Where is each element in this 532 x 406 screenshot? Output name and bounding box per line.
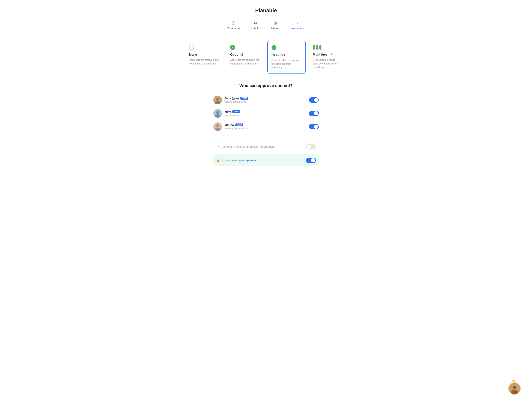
user-avatar[interactable] <box>508 382 521 395</box>
miruna-name: Miruna <box>225 123 234 126</box>
multilevel-card-title: Multi-level ★ <box>313 53 343 57</box>
approval-cards: None Approvals are disabled and not need… <box>185 41 347 74</box>
app-title: Planable <box>185 7 347 14</box>
lock-row: 🔒 Lock content after approval <box>213 154 319 166</box>
jane-badge: TEAM <box>240 97 248 100</box>
approval-card-none[interactable]: None Approvals are disabled and not need… <box>185 41 223 74</box>
tooltip-arrow <box>512 380 516 382</box>
tab-approvals-label: Approvals <box>292 27 305 30</box>
mike-toggle[interactable] <box>309 111 319 116</box>
mike-email: vlad@example.com <box>225 114 246 116</box>
schedule-toggle-slider <box>306 144 316 149</box>
none-card-icon <box>189 45 195 51</box>
tab-settings[interactable]: ⚙️ Settings <box>270 19 282 33</box>
approval-card-required[interactable]: ✓ Required A member has to approve the c… <box>267 41 306 74</box>
approval-card-multilevel[interactable]: ✓ ✓ ✓ Multi-level ★ 2+ members need to a… <box>309 41 347 74</box>
mike-name: Mike <box>225 110 231 113</box>
avatar-jane <box>213 96 222 104</box>
mike-toggle-slider <box>309 111 319 116</box>
svg-point-7 <box>216 124 219 127</box>
svg-point-4 <box>216 111 219 114</box>
jane-name: Jane (you) <box>225 97 239 100</box>
member-row-miruna: Miruna TEAM miruna@example.com <box>213 120 319 133</box>
tab-timetable-label: Timetable <box>227 27 240 30</box>
timetable-icon: 🕐 <box>232 21 236 25</box>
mike-badge: TEAM <box>232 110 240 113</box>
schedule-toggle[interactable] <box>306 144 316 149</box>
jane-toggle[interactable] <box>309 97 319 103</box>
settings-rows: 🕐 Schedule posts automatically on approv… <box>213 141 319 166</box>
required-card-icon: ✓ <box>271 45 277 51</box>
members-list: Jane (you) TEAM noa@example.com <box>213 94 319 133</box>
jane-toggle-slider <box>309 97 319 103</box>
approval-card-optional[interactable]: ✓ Optional Approvals are enabled, but no… <box>226 41 264 74</box>
star-icon: ★ <box>330 53 333 56</box>
labels-icon: 🏷 <box>254 21 257 25</box>
tab-settings-label: Settings <box>271 27 281 30</box>
lock-toggle-slider <box>306 158 316 163</box>
tab-labels[interactable]: 🏷 Labels <box>250 19 260 33</box>
schedule-label: Schedule posts automatically on approval <box>222 145 275 148</box>
required-card-desc: A member has to approve the content befo… <box>271 58 302 69</box>
approvals-icon: ✓ <box>297 21 300 25</box>
user-avatar-tooltip <box>508 380 521 395</box>
tab-labels-label: Labels <box>251 27 259 30</box>
none-card-desc: Approvals are disabled and not needed fo… <box>189 58 219 65</box>
lock-toggle[interactable] <box>306 158 316 163</box>
svg-point-1 <box>216 98 219 101</box>
schedule-row: 🕐 Schedule posts automatically on approv… <box>213 141 319 153</box>
settings-icon: ⚙️ <box>274 21 278 25</box>
optional-card-desc: Approvals are enabled, but not required … <box>230 58 261 65</box>
optional-card-title: Optional <box>230 53 261 57</box>
required-card-title: Required <box>271 53 302 57</box>
miruna-toggle[interactable] <box>309 124 319 129</box>
member-row-mike: Mike TEAM vlad@example.com <box>213 107 319 120</box>
avatar-miruna <box>213 122 222 131</box>
jane-email: noa@example.com <box>225 100 248 103</box>
nav-tabs: 🕐 Timetable 🏷 Labels ⚙️ Settings ✓ Appro… <box>185 19 347 33</box>
miruna-email: miruna@example.com <box>225 127 249 130</box>
svg-point-10 <box>513 385 516 389</box>
miruna-toggle-slider <box>309 124 319 129</box>
optional-card-icon: ✓ <box>230 45 236 51</box>
multilevel-card-desc: 2+ members need to approve content befor… <box>313 58 343 69</box>
tab-approvals[interactable]: ✓ Approvals <box>291 19 306 33</box>
multilevel-card-icon: ✓ ✓ ✓ <box>313 45 318 51</box>
avatar-mike <box>213 109 222 118</box>
miruna-badge: TEAM <box>235 123 243 126</box>
lock-label: Lock content after approval <box>222 159 256 162</box>
none-card-title: None <box>189 53 219 57</box>
who-approve-title: Who can approve content? <box>185 83 347 88</box>
member-row-jane: Jane (you) TEAM noa@example.com <box>213 94 319 107</box>
lock-icon: 🔒 <box>217 159 220 162</box>
schedule-icon: 🕐 <box>217 145 220 148</box>
tab-timetable[interactable]: 🕐 Timetable <box>226 19 240 33</box>
